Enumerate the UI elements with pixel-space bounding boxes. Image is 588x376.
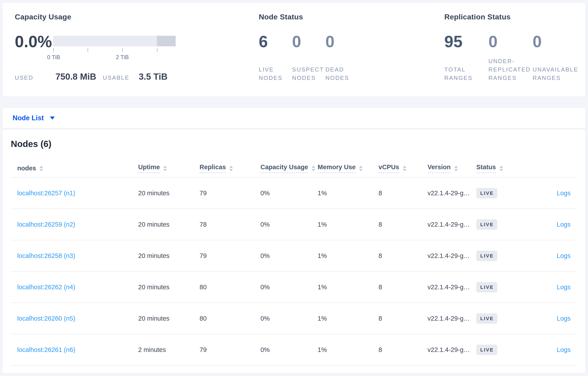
status-badge: LIVE: [476, 313, 497, 324]
status-badge: LIVE: [476, 219, 497, 230]
table-row: localhost:26258 (n3) 20 minutes 79 0% 1%…: [11, 240, 577, 272]
total-ranges-stat: 95 TOTAL RANGES: [444, 33, 488, 83]
usable-value: 3.5 TiB: [139, 72, 167, 82]
status-cell: LIVE: [476, 188, 532, 198]
suspect-nodes-stat: 0 SUSPECT NODES: [292, 33, 325, 83]
view-selector-bar: Node List: [2, 107, 586, 129]
version-cell: v22.1.4-29-g…: [428, 252, 476, 260]
node-status-title: Node Status: [259, 13, 444, 21]
node-link[interactable]: localhost:26257 (n1): [17, 189, 138, 197]
logs-link[interactable]: Logs: [557, 315, 571, 322]
column-header-version[interactable]: Version: [428, 164, 476, 173]
capacity-cell: 0%: [261, 346, 318, 354]
node-status-panel: Node Status 6 LIVE NODES 0 SUSPECT NODES…: [259, 13, 444, 97]
under-replicated-ranges-value: 0: [488, 33, 533, 50]
memory-cell: 1%: [318, 283, 378, 291]
uptime-cell: 2 minutes: [138, 346, 200, 354]
replicas-cell: 79: [200, 252, 261, 260]
used-label: USED: [15, 74, 33, 81]
version-cell: v22.1.4-29-g…: [428, 283, 476, 291]
under-replicated-ranges-label: UNDER-REPLICATED RANGES: [488, 57, 532, 83]
replicas-cell: 80: [200, 315, 261, 322]
vcpus-cell: 8: [378, 221, 428, 228]
suspect-nodes-label: SUSPECT NODES: [292, 65, 325, 83]
status-cell: LIVE: [476, 251, 532, 261]
column-header-vcpus[interactable]: vCPUs: [378, 164, 428, 173]
sort-icon: [359, 166, 363, 171]
vcpus-cell: 8: [378, 315, 428, 322]
dead-nodes-label: DEAD NODES: [325, 65, 358, 83]
usable-label: USABLE: [103, 74, 130, 81]
node-link[interactable]: localhost:26258 (n3): [17, 252, 138, 260]
replicas-cell: 79: [200, 189, 261, 197]
capacity-cell: 0%: [261, 221, 318, 228]
unavailable-ranges-value: 0: [533, 33, 577, 50]
node-link[interactable]: localhost:26262 (n4): [17, 283, 138, 291]
dead-nodes-value: 0: [325, 33, 359, 50]
column-header-capacity-usage[interactable]: Capacity Usage: [261, 164, 318, 173]
capacity-bar-chart: 0 TiB 2 TiB: [53, 33, 176, 61]
total-ranges-label: TOTAL RANGES: [444, 65, 488, 83]
axis-tick: [157, 48, 157, 52]
memory-cell: 1%: [318, 346, 378, 354]
live-nodes-label: LIVE NODES: [259, 65, 292, 83]
replicas-cell: 79: [200, 346, 261, 354]
status-badge: LIVE: [476, 282, 497, 292]
caret-down-icon: [50, 116, 55, 120]
node-link[interactable]: localhost:26259 (n2): [17, 221, 138, 228]
capacity-bar-reserved-segment: [157, 36, 176, 46]
node-list-dropdown-label: Node List: [13, 114, 44, 122]
logs-link[interactable]: Logs: [557, 189, 571, 197]
logs-link[interactable]: Logs: [557, 252, 571, 260]
logs-link[interactable]: Logs: [557, 346, 571, 354]
nodes-table-card: Nodes (6) nodes Uptime Replicas Capacity…: [2, 129, 586, 373]
capacity-bar: [53, 36, 176, 46]
capacity-cell: 0%: [261, 252, 318, 260]
table-row: localhost:26259 (n2) 20 minutes 78 0% 1%…: [11, 209, 577, 240]
vcpus-cell: 8: [378, 346, 428, 354]
replicas-cell: 80: [200, 283, 261, 291]
uptime-cell: 20 minutes: [138, 189, 200, 197]
uptime-cell: 20 minutes: [138, 221, 200, 228]
status-cell: LIVE: [476, 282, 532, 292]
uptime-cell: 20 minutes: [138, 283, 200, 291]
live-nodes-value: 6: [259, 33, 292, 50]
capacity-bar-axis: 0 TiB 2 TiB: [53, 48, 176, 61]
axis-tick: [88, 48, 88, 52]
logs-link[interactable]: Logs: [557, 221, 571, 228]
column-header-status[interactable]: Status: [476, 164, 532, 173]
capacity-usage-title: Capacity Usage: [15, 13, 259, 21]
logs-link[interactable]: Logs: [557, 283, 571, 291]
table-row: localhost:26257 (n1) 20 minutes 79 0% 1%…: [11, 178, 577, 209]
sort-icon: [163, 166, 167, 171]
node-link[interactable]: localhost:26260 (n5): [17, 315, 138, 322]
version-cell: v22.1.4-29-g…: [428, 221, 476, 228]
node-list-dropdown[interactable]: Node List: [13, 114, 55, 122]
cluster-summary-panel: Capacity Usage 0.0% 0 TiB 2 TiB: [2, 2, 586, 97]
column-header-uptime[interactable]: Uptime: [138, 164, 200, 173]
column-header-nodes[interactable]: nodes: [17, 165, 138, 172]
axis-tick-label: 2 TiB: [116, 54, 129, 61]
status-cell: LIVE: [476, 345, 532, 355]
status-badge: LIVE: [476, 251, 497, 261]
node-link[interactable]: localhost:26261 (n6): [17, 346, 138, 354]
sort-icon: [229, 166, 233, 171]
axis-tick: [53, 48, 54, 52]
axis-tick-label: 0 TiB: [47, 54, 60, 61]
capacity-cell: 0%: [261, 189, 318, 197]
sort-icon: [454, 166, 458, 171]
sort-icon: [500, 166, 503, 171]
under-replicated-ranges-stat: 0 UNDER-REPLICATED RANGES: [488, 33, 533, 83]
column-header-replicas[interactable]: Replicas: [200, 164, 261, 173]
dead-nodes-stat: 0 DEAD NODES: [325, 33, 359, 83]
unavailable-ranges-label: UNAVAILABLE RANGES: [533, 65, 576, 83]
vcpus-cell: 8: [378, 252, 428, 260]
total-ranges-value: 95: [444, 33, 488, 50]
column-header-memory-use[interactable]: Memory Use: [318, 164, 378, 173]
memory-cell: 1%: [318, 252, 378, 260]
sort-icon: [403, 166, 406, 171]
replication-status-panel: Replication Status 95 TOTAL RANGES 0 UND…: [444, 13, 577, 97]
version-cell: v22.1.4-29-g…: [428, 315, 476, 322]
status-badge: LIVE: [476, 345, 497, 355]
status-badge: LIVE: [476, 188, 497, 198]
